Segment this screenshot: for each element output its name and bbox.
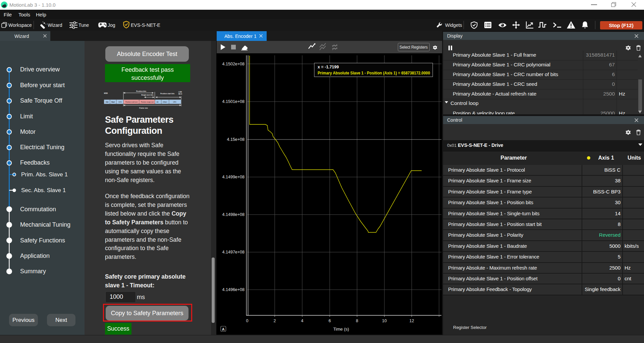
svg-text:2: 2	[274, 319, 276, 323]
svg-text:6: 6	[329, 319, 331, 323]
svg-text:0: 0	[246, 319, 249, 323]
svg-text:4.1496e+08: 4.1496e+08	[222, 287, 245, 292]
svg-text:8: 8	[356, 319, 358, 323]
svg-text:Frame size: Frame size	[139, 107, 148, 109]
svg-text:10: 10	[382, 319, 387, 323]
svg-text:x = -1.7199: x = -1.7199	[318, 65, 339, 69]
svg-text:Bit 0: Bit 0	[178, 93, 182, 95]
svg-text:Start: Start	[111, 101, 115, 103]
svg-text:Position single turn: Position single turn	[141, 101, 154, 103]
svg-text:4.1498e+08: 4.1498e+08	[222, 212, 245, 217]
svg-text:Time (s): Time (s)	[333, 327, 349, 332]
svg-text:A: A	[222, 327, 225, 331]
svg-text:CDS: CDS	[118, 101, 122, 103]
svg-text:4.15e+08: 4.15e+08	[227, 137, 245, 142]
svg-text:MSB: MSB	[104, 92, 108, 94]
svg-text:Position bits: Position bits	[136, 90, 146, 92]
svg-text:Position multi turn: Position multi turn	[125, 101, 138, 103]
svg-text:CRC: CRC	[173, 101, 177, 103]
svg-text:Select Registers: Select Registers	[399, 45, 428, 50]
svg-text:4: 4	[301, 319, 304, 323]
svg-text:4.1502e+08: 4.1502e+08	[222, 62, 245, 66]
svg-text:Primary Absolute Slave 1 - Pos: Primary Absolute Slave 1 - Position (Axi…	[318, 71, 430, 75]
svg-text:Position start bits: Position start bits	[160, 93, 174, 95]
svg-text:nWarn: nWarn	[163, 101, 167, 103]
svg-text:4.1499e+08: 4.1499e+08	[222, 175, 245, 179]
svg-text:12: 12	[410, 319, 414, 323]
svg-text:Single-turn bits: Single-turn bits	[141, 94, 154, 96]
svg-text:4.1497e+08: 4.1497e+08	[222, 250, 245, 254]
svg-text:Ack: Ack	[106, 101, 109, 103]
svg-text:4.1501e+08: 4.1501e+08	[222, 99, 245, 104]
svg-text:nEr: nEr	[156, 101, 159, 103]
